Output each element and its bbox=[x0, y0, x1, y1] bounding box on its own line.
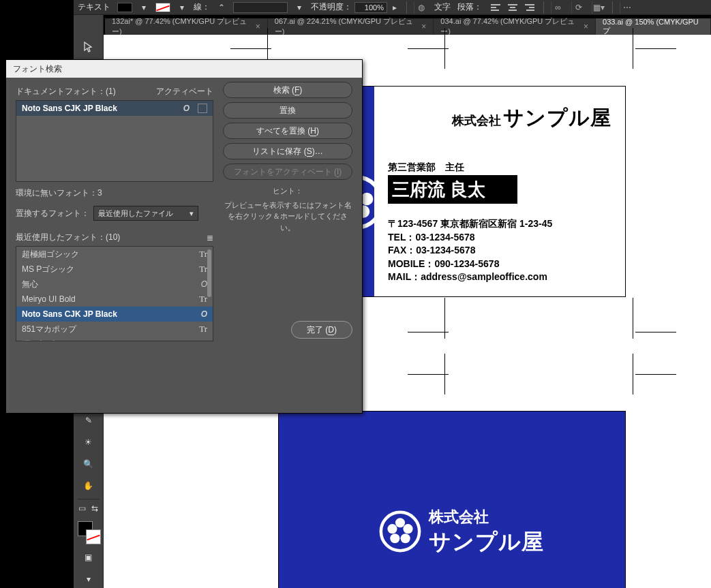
document-tab[interactable]: 033.ai @ 150% (CMYK/GPU プ bbox=[596, 18, 711, 35]
address: 〒123-4567 東京都新宿区新宿 1-23-45 bbox=[388, 217, 552, 231]
replace-all-button[interactable]: すべてを置換 (H) bbox=[223, 123, 352, 139]
replace-source-select[interactable]: 最近使用したファイル▾ bbox=[93, 206, 198, 221]
hint-title: ヒント： bbox=[223, 185, 352, 197]
tab-label: 132ai* @ 77.42% (CMYK/GPU プレビュー) bbox=[112, 16, 250, 37]
svg-point-11 bbox=[387, 524, 397, 533]
close-icon[interactable]: × bbox=[584, 22, 588, 31]
list-options-icon[interactable]: ≣ bbox=[207, 233, 213, 243]
font-format-icon: Tr bbox=[199, 324, 207, 335]
tool-label: テキスト bbox=[78, 1, 110, 13]
hand-tool[interactable]: ✋ bbox=[79, 477, 98, 495]
replace-with-label: 置換するフォント： bbox=[16, 208, 89, 219]
svg-point-8 bbox=[403, 524, 412, 533]
font-name: 源ノ角ゴシック JP Heavy bbox=[22, 339, 116, 342]
font-name: Meiryo UI Bold bbox=[22, 294, 76, 304]
transform-icon[interactable]: ⟳ bbox=[571, 1, 585, 14]
stroke-swatch[interactable] bbox=[155, 3, 170, 12]
chevron-down-icon: ▾ bbox=[190, 209, 194, 218]
document-fonts-list[interactable]: Noto Sans CJK JP Black O bbox=[16, 100, 213, 182]
fax: FAX：03-1234-5678 bbox=[388, 244, 552, 258]
paragraph-label[interactable]: 段落： bbox=[457, 1, 482, 13]
symbol-tool[interactable]: ☀ bbox=[79, 433, 98, 451]
font-name: 超極細ゴシック bbox=[22, 249, 79, 260]
cycle-icon[interactable]: ⇆ bbox=[90, 504, 100, 513]
document-tabs: 132ai* @ 77.42% (CMYK/GPU プレビュー)× 067.ai… bbox=[105, 18, 711, 35]
stroke-color[interactable] bbox=[86, 529, 101, 544]
font-row[interactable]: 851マカポップTr bbox=[16, 322, 213, 337]
chevron-down-icon[interactable]: ▾ bbox=[139, 3, 149, 12]
font-row[interactable]: 無心O bbox=[16, 277, 213, 292]
department-title: 第三営業部 主任 bbox=[388, 161, 464, 174]
dialog-title: フォント検索 bbox=[6, 60, 362, 78]
tel: TEL：03-1234-5678 bbox=[388, 231, 552, 245]
more-icon[interactable]: ⋯ bbox=[620, 1, 633, 14]
document-fonts-label: ドキュメントフォント：(1) bbox=[16, 86, 116, 97]
stroke-weight-stepper[interactable]: ⌃ bbox=[217, 3, 226, 12]
save-list-button[interactable]: リストに保存 (S)… bbox=[223, 143, 352, 159]
done-button[interactable]: 完了 (D) bbox=[291, 321, 352, 339]
swap-fill-stroke-icon[interactable]: ▭ bbox=[78, 504, 87, 513]
web-icon[interactable]: ◍ bbox=[414, 1, 427, 14]
recent-fonts-label: 最近使用したフォント：(10) bbox=[16, 232, 120, 243]
font-format-icon: O bbox=[201, 309, 207, 319]
tab-label: 067.ai @ 224.21% (CMYK/GPU プレビュー) bbox=[275, 16, 417, 37]
separator bbox=[543, 1, 544, 14]
selection-tool[interactable] bbox=[79, 38, 98, 56]
activate-header: アクティベート bbox=[156, 86, 213, 97]
screen-mode-icon[interactable]: ▣ bbox=[79, 548, 98, 566]
eyedropper-tool[interactable]: ✎ bbox=[79, 412, 98, 429]
find-button[interactable]: 検索 (F) bbox=[223, 82, 352, 98]
replace-button[interactable]: 置換 bbox=[223, 102, 352, 119]
fill-stroke-control[interactable] bbox=[76, 520, 101, 544]
font-name: MS Pゴシック bbox=[22, 264, 74, 275]
zoom-tool[interactable]: 🔍 bbox=[79, 455, 98, 473]
stroke-label: 線： bbox=[194, 1, 210, 13]
font-row[interactable]: Noto Sans CJK JP BlackO bbox=[16, 307, 213, 322]
font-format-icon: Tr bbox=[199, 264, 207, 275]
activate-checkbox[interactable] bbox=[198, 104, 207, 113]
mobile: MOBILE：090-1234-5678 bbox=[388, 258, 552, 271]
close-icon[interactable]: × bbox=[256, 22, 260, 31]
font-row[interactable]: Noto Sans CJK JP Black O bbox=[16, 101, 213, 116]
fill-swatch[interactable] bbox=[117, 3, 132, 12]
company-name: 株式会社 サンプル屋 bbox=[429, 507, 544, 557]
font-format-icon: O bbox=[183, 104, 190, 113]
align-center-button[interactable] bbox=[505, 1, 520, 14]
separator bbox=[612, 1, 613, 14]
font-format-icon: Tr bbox=[199, 294, 207, 305]
align-right-button[interactable] bbox=[521, 1, 536, 14]
font-row[interactable]: 源ノ角ゴシック JP HeavyO bbox=[16, 337, 213, 341]
font-row[interactable]: MS PゴシックTr bbox=[16, 262, 213, 277]
character-label[interactable]: 文字 bbox=[434, 1, 451, 13]
font-format-icon: O bbox=[201, 279, 207, 289]
svg-point-9 bbox=[401, 533, 410, 543]
document-tab[interactable]: 034.ai @ 77.42% (CMYK/GPU プレビュー)× bbox=[434, 18, 596, 35]
align-left-button[interactable] bbox=[489, 1, 504, 14]
arrange-icon[interactable]: ▦▾ bbox=[592, 1, 605, 14]
logo-icon bbox=[378, 510, 422, 555]
stroke-profile[interactable] bbox=[233, 2, 288, 13]
chevron-right-icon[interactable]: ▸ bbox=[390, 3, 399, 12]
document-tab[interactable]: 132ai* @ 77.42% (CMYK/GPU プレビュー)× bbox=[105, 18, 268, 35]
font-row[interactable]: Meiryo UI BoldTr bbox=[16, 292, 213, 307]
font-format-icon: O bbox=[201, 339, 207, 341]
recent-fonts-list[interactable]: 超極細ゴシックTrMS PゴシックTr無心OMeiryo UI BoldTrNo… bbox=[16, 246, 213, 341]
scrollbar-thumb[interactable] bbox=[207, 249, 211, 297]
business-card-back: 株式会社 サンプル屋 bbox=[278, 411, 626, 588]
chevron-down-icon[interactable]: ▾ bbox=[294, 3, 304, 12]
align-group bbox=[489, 1, 536, 14]
document-tab[interactable]: 067.ai @ 224.21% (CMYK/GPU プレビュー)× bbox=[268, 18, 434, 35]
expand-icon[interactable]: ▾ bbox=[79, 570, 98, 588]
tab-label: 034.ai @ 77.42% (CMYK/GPU プレビュー) bbox=[440, 16, 578, 37]
chevron-down-icon[interactable]: ▾ bbox=[177, 3, 187, 12]
close-icon[interactable]: × bbox=[421, 22, 426, 31]
svg-point-7 bbox=[395, 518, 405, 527]
font-name: 無心 bbox=[22, 279, 38, 290]
options-bar: テキスト ▾ ▾ 線： ⌃ ▾ 不透明度： 100% ▸ ◍ 文字 段落： ∞ … bbox=[74, 0, 711, 15]
opacity-field[interactable]: 100% bbox=[354, 2, 387, 13]
font-name: Noto Sans CJK JP Black bbox=[22, 104, 117, 113]
link-icon[interactable]: ∞ bbox=[551, 1, 564, 14]
font-row[interactable]: 超極細ゴシックTr bbox=[16, 247, 213, 262]
svg-point-10 bbox=[390, 533, 399, 543]
person-name: 三府流 良太 bbox=[388, 175, 517, 204]
